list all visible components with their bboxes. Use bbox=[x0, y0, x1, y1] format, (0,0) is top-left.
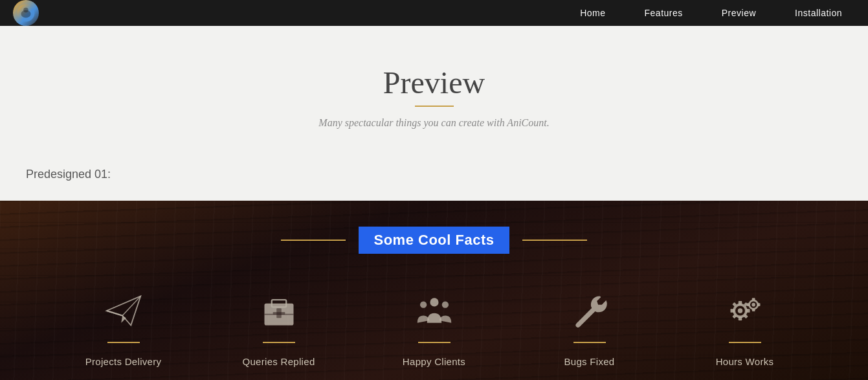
stats-grid: Projects Delivery Queries Replied bbox=[46, 286, 823, 367]
happy-clients-label: Happy Clients bbox=[403, 356, 465, 367]
nav-home[interactable]: Home bbox=[580, 8, 605, 18]
bugs-fixed-label: Bugs Fixed bbox=[564, 356, 614, 367]
svg-rect-17 bbox=[746, 309, 750, 313]
header-line-right bbox=[522, 240, 587, 241]
hours-works-icon-wrapper bbox=[719, 286, 771, 338]
svg-point-10 bbox=[419, 301, 426, 307]
gears-icon bbox=[726, 291, 764, 333]
queries-replied-icon-wrapper bbox=[253, 286, 305, 338]
cool-facts-section: Some Cool Facts Projects Delivery bbox=[0, 201, 868, 380]
stat-queries-replied: Queries Replied bbox=[201, 286, 357, 367]
happy-clients-icon-wrapper bbox=[408, 286, 460, 338]
projects-delivery-label: Projects Delivery bbox=[85, 356, 162, 367]
wrench-icon bbox=[570, 291, 609, 333]
nav-preview[interactable]: Preview bbox=[722, 8, 756, 18]
group-icon bbox=[415, 291, 454, 333]
svg-rect-27 bbox=[757, 303, 760, 306]
nav-installation[interactable]: Installation bbox=[795, 8, 842, 18]
navbar: Home Features Preview Installation bbox=[0, 0, 868, 26]
title-underline bbox=[415, 106, 454, 107]
svg-point-2 bbox=[23, 8, 28, 13]
svg-rect-8 bbox=[273, 312, 285, 315]
preview-subtitle: Many spectacular things you can create w… bbox=[13, 117, 855, 129]
svg-rect-24 bbox=[751, 298, 755, 300]
stat-hours-works: Hours Works bbox=[667, 286, 823, 367]
svg-point-13 bbox=[737, 308, 742, 313]
svg-rect-25 bbox=[751, 309, 755, 311]
section-header: Some Cool Facts bbox=[281, 227, 588, 254]
svg-rect-16 bbox=[730, 309, 734, 313]
svg-rect-15 bbox=[738, 317, 742, 320]
navbar-links: Home Features Preview Installation bbox=[580, 8, 842, 18]
paper-plane-icon bbox=[104, 291, 143, 333]
svg-point-9 bbox=[430, 298, 438, 306]
logo-circle bbox=[13, 0, 39, 26]
header-line-left bbox=[281, 240, 346, 241]
svg-rect-26 bbox=[746, 303, 749, 306]
projects-delivery-icon-wrapper bbox=[98, 286, 150, 338]
queries-replied-label: Queries Replied bbox=[242, 356, 315, 367]
svg-rect-14 bbox=[738, 301, 742, 305]
stat-projects-delivery: Projects Delivery bbox=[46, 286, 201, 367]
section-title-badge: Some Cool Facts bbox=[359, 227, 510, 254]
hours-works-label: Hours Works bbox=[716, 356, 774, 367]
nav-features[interactable]: Features bbox=[645, 8, 683, 18]
preview-section: Preview Many spectacular things you can … bbox=[0, 26, 868, 155]
predesigned-section: Predesigned 01: bbox=[0, 155, 868, 201]
briefcase-icon bbox=[260, 291, 298, 333]
logo bbox=[13, 0, 39, 26]
stat-bugs-fixed: Bugs Fixed bbox=[512, 286, 667, 367]
bugs-fixed-icon-wrapper bbox=[564, 286, 616, 338]
svg-point-11 bbox=[441, 301, 448, 307]
stat-happy-clients: Happy Clients bbox=[357, 286, 512, 367]
page-title: Preview bbox=[13, 65, 855, 100]
svg-point-23 bbox=[751, 303, 755, 307]
predesigned-label: Predesigned 01: bbox=[26, 168, 111, 181]
